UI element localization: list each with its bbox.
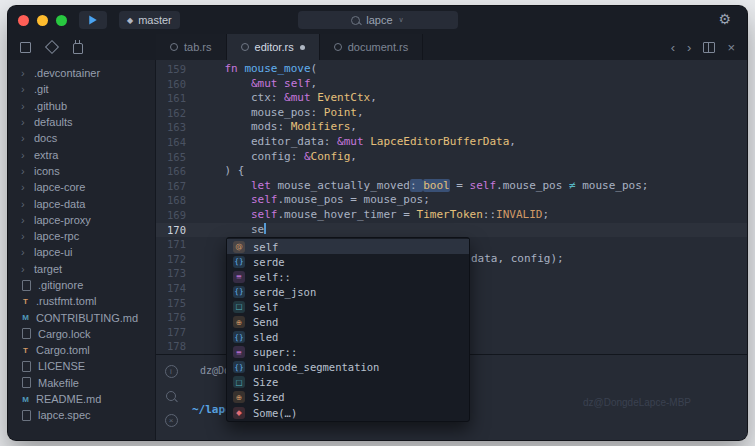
code-line-161[interactable]: 161 ctx: &mut EventCtx, bbox=[156, 91, 747, 106]
info-circle-icon[interactable]: i bbox=[165, 365, 178, 378]
tree-file-CONTRIBUTING.md[interactable]: MCONTRIBUTING.md bbox=[8, 309, 155, 325]
tree-item-label: target bbox=[34, 263, 62, 275]
completion-label: serde bbox=[253, 256, 285, 268]
code-line-159[interactable]: 159 fn mouse_move( bbox=[156, 62, 747, 77]
line-number: 164 bbox=[156, 135, 198, 150]
chevron-right-icon: › bbox=[21, 165, 28, 177]
completion-label: sled bbox=[253, 331, 278, 343]
terminal-panel-icons: i × bbox=[156, 355, 186, 440]
navigate-back-button[interactable]: ‹ bbox=[671, 40, 675, 55]
text-cursor bbox=[264, 223, 266, 234]
tree-folder-docs[interactable]: ›docs bbox=[8, 130, 155, 146]
tree-folder-.git[interactable]: ›.git bbox=[8, 81, 155, 97]
code-line-169[interactable]: 169 self.mouse_hover_timer = TimerToken:… bbox=[156, 208, 747, 223]
tree-file-Cargo.toml[interactable]: TCargo.toml bbox=[8, 342, 155, 358]
tree-folder-extra[interactable]: ›extra bbox=[8, 146, 155, 162]
app-logo-button[interactable] bbox=[79, 11, 107, 29]
tab-document.rs[interactable]: document.rs bbox=[320, 34, 424, 60]
tree-file-.gitignore[interactable]: .gitignore bbox=[8, 277, 155, 293]
completion-item-self::[interactable]: ≡self:: bbox=[227, 269, 469, 284]
code-line-165[interactable]: 165 config: &Config, bbox=[156, 150, 747, 165]
line-number: 160 bbox=[156, 77, 198, 92]
tree-folder-lapce-data[interactable]: ›lapce-data bbox=[8, 195, 155, 211]
file-icon bbox=[22, 377, 31, 388]
source-control-icon[interactable] bbox=[45, 40, 59, 54]
file-explorer-icon[interactable] bbox=[20, 42, 31, 53]
chevron-right-icon: › bbox=[21, 181, 28, 193]
completion-item-self[interactable]: @self bbox=[227, 239, 469, 254]
tab-label: editor.rs bbox=[255, 41, 294, 53]
line-number: 172 bbox=[156, 252, 198, 267]
tree-folder-lapce-core[interactable]: ›lapce-core bbox=[8, 179, 155, 195]
tree-file-.rustfmt.toml[interactable]: T.rustfmt.toml bbox=[8, 293, 155, 309]
chevron-right-icon: › bbox=[21, 67, 28, 79]
navigate-forward-button[interactable]: › bbox=[687, 40, 691, 55]
code-line-160[interactable]: 160 &mut self, bbox=[156, 77, 747, 92]
tree-file-Cargo.lock[interactable]: Cargo.lock bbox=[8, 326, 155, 342]
tree-item-label: defaults bbox=[34, 116, 73, 128]
line-number: 162 bbox=[156, 106, 198, 121]
tab-editor.rs[interactable]: editor.rs bbox=[227, 34, 320, 60]
code-line-166[interactable]: 166 ) { bbox=[156, 164, 747, 179]
completion-label: super:: bbox=[253, 346, 297, 358]
close-editor-button[interactable]: × bbox=[727, 40, 735, 55]
settings-button[interactable]: ⚙ bbox=[712, 10, 737, 28]
close-window-button[interactable] bbox=[18, 15, 29, 26]
completion-item-Sized[interactable]: ⊕Sized bbox=[227, 390, 469, 405]
completion-label: Self bbox=[253, 301, 278, 313]
tab-tab.rs[interactable]: tab.rs bbox=[156, 34, 227, 60]
zoom-window-button[interactable] bbox=[56, 15, 67, 26]
search-circle-icon[interactable] bbox=[166, 391, 176, 401]
tree-folder-defaults[interactable]: ›defaults bbox=[8, 114, 155, 130]
completion-item-Send[interactable]: ⊕Send bbox=[227, 314, 469, 329]
plugin-icon[interactable] bbox=[73, 43, 83, 54]
completion-item-super::[interactable]: ≡super:: bbox=[227, 345, 469, 360]
tree-folder-lapce-rpc[interactable]: ›lapce-rpc bbox=[8, 228, 155, 244]
editor-area: 159 fn mouse_move(160 &mut self,161 ctx:… bbox=[156, 60, 747, 440]
tab-label: document.rs bbox=[348, 41, 409, 53]
panel-icons bbox=[8, 34, 156, 60]
tree-folder-target[interactable]: ›target bbox=[8, 261, 155, 277]
file-icon bbox=[22, 328, 31, 339]
workspace-search[interactable]: lapce ∨ bbox=[298, 11, 458, 29]
completion-item-Some(…)[interactable]: ◆Some(…) bbox=[227, 405, 469, 420]
line-content: mouse_pos: Point, bbox=[198, 106, 364, 121]
completion-item-Self[interactable]: □Self bbox=[227, 299, 469, 314]
tree-file-README.md[interactable]: MREADME.md bbox=[8, 391, 155, 407]
workspace-search-value: lapce bbox=[366, 14, 392, 26]
completion-item-sled[interactable]: {}sled bbox=[227, 330, 469, 345]
line-content: self.mouse_pos = mouse_pos; bbox=[198, 193, 430, 208]
tree-folder-icons[interactable]: ›icons bbox=[8, 163, 155, 179]
completion-item-serde[interactable]: {}serde bbox=[227, 254, 469, 269]
code-line-163[interactable]: 163 mods: Modifiers, bbox=[156, 120, 747, 135]
code-line-167[interactable]: 167 let mouse_actually_moved: bool = sel… bbox=[156, 179, 747, 194]
line-content: let mouse_actually_moved: bool = self.mo… bbox=[198, 179, 648, 194]
completion-item-serde_json[interactable]: {}serde_json bbox=[227, 284, 469, 299]
chevron-right-icon: › bbox=[21, 132, 28, 144]
code-line-164[interactable]: 164 editor_data: &mut LapceEditorBufferD… bbox=[156, 135, 747, 150]
code-line-162[interactable]: 162 mouse_pos: Point, bbox=[156, 106, 747, 121]
line-number: 161 bbox=[156, 91, 198, 106]
tree-folder-lapce-proxy[interactable]: ›lapce-proxy bbox=[8, 212, 155, 228]
tree-folder-.github[interactable]: ›.github bbox=[8, 98, 155, 114]
tree-item-label: Cargo.lock bbox=[38, 328, 91, 340]
code-line-168[interactable]: 168 self.mouse_pos = mouse_pos; bbox=[156, 193, 747, 208]
minimize-window-button[interactable] bbox=[37, 15, 48, 26]
tree-file-Makefile[interactable]: Makefile bbox=[8, 375, 155, 391]
tree-folder-lapce-ui[interactable]: ›lapce-ui bbox=[8, 244, 155, 260]
completion-item-Size[interactable]: □Size bbox=[227, 375, 469, 390]
code-line-170[interactable]: 170 se bbox=[156, 223, 747, 238]
tree-file-LICENSE[interactable]: LICENSE bbox=[8, 358, 155, 374]
branch-button[interactable]: ◆ master bbox=[119, 11, 180, 29]
close-circle-icon[interactable]: × bbox=[165, 414, 178, 427]
tree-file-lapce.spec[interactable]: lapce.spec bbox=[8, 407, 155, 423]
tab-actions: ‹ › × bbox=[671, 34, 747, 60]
completion-item-unicode_segmentation[interactable]: {}unicode_segmentation bbox=[227, 360, 469, 375]
md-file-icon: M bbox=[21, 313, 30, 322]
tree-item-label: docs bbox=[34, 132, 57, 144]
tree-folder-.devcontainer[interactable]: ›.devcontainer bbox=[8, 65, 155, 81]
line-number: 159 bbox=[156, 62, 198, 77]
file-tree: ›.devcontainer›.git›.github›defaults›doc… bbox=[8, 65, 155, 424]
split-editor-button[interactable] bbox=[703, 42, 715, 53]
line-number: 176 bbox=[156, 310, 198, 325]
